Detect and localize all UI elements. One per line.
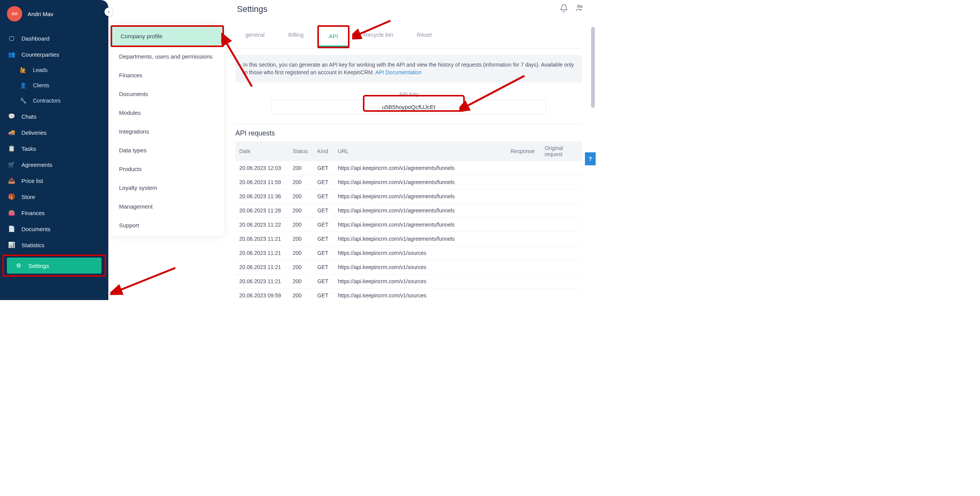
api-key-section: API Key bbox=[235, 91, 582, 114]
cell bbox=[541, 217, 582, 232]
cell: 20.06.2023 11:22 bbox=[235, 217, 289, 232]
sidebar-item-documents[interactable]: 📄Documents bbox=[0, 221, 108, 237]
table-row[interactable]: 20.06.2023 09:59200GEThttps://api.keepin… bbox=[235, 288, 582, 300]
table-row[interactable]: 20.06.2023 11:21200GEThttps://api.keepin… bbox=[235, 274, 582, 288]
cell: GET bbox=[314, 260, 334, 274]
subnav-item-support[interactable]: Support bbox=[111, 216, 224, 235]
col-original-request: Original request bbox=[541, 141, 582, 161]
page-title: Settings bbox=[237, 4, 268, 14]
sidebar-item-label: Contractors bbox=[33, 98, 60, 104]
api-requests-title: API requests bbox=[235, 129, 582, 137]
subnav-item-modules[interactable]: Modules bbox=[111, 103, 224, 122]
settings-subnav: Company profileDepartments, users and pe… bbox=[111, 24, 224, 236]
tab-general[interactable]: general bbox=[235, 25, 274, 48]
sidebar-item-clients[interactable]: 👤Clients bbox=[0, 78, 108, 93]
cell: 200 bbox=[289, 217, 314, 232]
cell: https://api.keepincrm.com/v1/agreements/… bbox=[334, 189, 507, 203]
api-key-input[interactable] bbox=[271, 100, 546, 114]
sidebar-item-settings[interactable]: ⚙Settings bbox=[7, 258, 101, 274]
sidebar-item-price-list[interactable]: 📥Price list bbox=[0, 173, 108, 189]
sidebar-item-chats[interactable]: 💬Chats bbox=[0, 108, 108, 124]
svg-point-0 bbox=[578, 5, 580, 8]
subnav-item-loyalty-system[interactable]: Loyalty system bbox=[111, 178, 224, 197]
tab-api[interactable]: API bbox=[319, 27, 348, 47]
cell: GET bbox=[314, 232, 334, 246]
scroll-thumb[interactable] bbox=[591, 27, 595, 108]
subnav-item-company-profile[interactable]: Company profile bbox=[112, 27, 222, 46]
sidebar-item-statistics[interactable]: 📊Statistics bbox=[0, 237, 108, 253]
cell: 200 bbox=[289, 260, 314, 274]
sidebar-item-leads[interactable]: 🙋Leads bbox=[0, 62, 108, 78]
cell bbox=[506, 232, 541, 246]
sidebar-item-tasks[interactable]: 📋Tasks bbox=[0, 140, 108, 157]
cell: https://api.keepincrm.com/v1/agreements/… bbox=[334, 161, 507, 175]
sidebar-item-agreements[interactable]: 🛒Agreements bbox=[0, 157, 108, 173]
col-response: Response bbox=[506, 141, 541, 161]
sidebar-item-label: Finances bbox=[21, 210, 45, 216]
sidebar-item-label: Counterparties bbox=[21, 51, 59, 58]
dashboard-icon: 🖵 bbox=[8, 35, 15, 42]
tab-reset[interactable]: Reset bbox=[407, 25, 442, 48]
cell bbox=[541, 274, 582, 288]
cell: 20.06.2023 11:21 bbox=[235, 246, 289, 260]
leads-icon: 🙋 bbox=[19, 67, 27, 73]
subnav-item-integrations[interactable]: Integrations bbox=[111, 122, 224, 141]
sidebar-nav: 🖵Dashboard👥Counterparties🙋Leads👤Clients🔧… bbox=[0, 28, 108, 300]
api-docs-link[interactable]: API Documentation bbox=[376, 69, 422, 75]
sidebar-collapse-button[interactable]: ‹ bbox=[105, 8, 113, 16]
tab-billing[interactable]: Billing bbox=[278, 25, 314, 48]
subnav-item-management[interactable]: Management bbox=[111, 197, 224, 216]
cell: GET bbox=[314, 217, 334, 232]
cell: 20.06.2023 11:59 bbox=[235, 175, 289, 189]
cell bbox=[506, 203, 541, 217]
table-row[interactable]: 20.06.2023 11:59200GEThttps://api.keepin… bbox=[235, 175, 582, 189]
sidebar-item-label: Leads bbox=[33, 67, 47, 73]
cell: 200 bbox=[289, 175, 314, 189]
help-tab[interactable]: ? bbox=[585, 152, 596, 165]
table-row[interactable]: 20.06.2023 11:21200GEThttps://api.keepin… bbox=[235, 232, 582, 246]
people-icon[interactable] bbox=[575, 4, 584, 14]
cell bbox=[506, 288, 541, 300]
cell bbox=[541, 203, 582, 217]
cell bbox=[541, 260, 582, 274]
avatar: AM bbox=[7, 6, 22, 21]
subnav-item-finances[interactable]: Finances bbox=[111, 66, 224, 85]
tasks-icon: 📋 bbox=[8, 145, 15, 152]
cell: 20.06.2023 09:59 bbox=[235, 288, 289, 300]
statistics-icon: 📊 bbox=[8, 241, 15, 248]
table-row[interactable]: 20.06.2023 11:28200GEThttps://api.keepin… bbox=[235, 203, 582, 217]
sidebar-item-label: Agreements bbox=[21, 162, 52, 168]
counterparties-icon: 👥 bbox=[8, 51, 15, 58]
contractors-icon: 🔧 bbox=[19, 98, 27, 104]
sidebar-item-contractors[interactable]: 🔧Contractors bbox=[0, 93, 108, 108]
cell bbox=[506, 217, 541, 232]
cell: GET bbox=[314, 161, 334, 175]
annotation-highlight-company-profile: Company profile bbox=[111, 25, 224, 47]
api-key-label: API Key bbox=[235, 91, 582, 97]
cell: GET bbox=[314, 274, 334, 288]
sidebar-item-store[interactable]: 🎁Store bbox=[0, 189, 108, 205]
sidebar-item-dashboard[interactable]: 🖵Dashboard bbox=[0, 31, 108, 46]
table-row[interactable]: 20.06.2023 11:22200GEThttps://api.keepin… bbox=[235, 217, 582, 232]
sidebar-item-deliveries[interactable]: 🚚Deliveries bbox=[0, 124, 108, 140]
main: Settings generalBillingAPIRecycle binRes… bbox=[224, 0, 596, 300]
subnav-item-documents[interactable]: Documents bbox=[111, 85, 224, 103]
table-row[interactable]: 20.06.2023 11:21200GEThttps://api.keepin… bbox=[235, 260, 582, 274]
table-row[interactable]: 20.06.2023 11:21200GEThttps://api.keepin… bbox=[235, 246, 582, 260]
col-date: Date bbox=[235, 141, 289, 161]
table-row[interactable]: 20.06.2023 11:36200GEThttps://api.keepin… bbox=[235, 189, 582, 203]
chevron-left-icon: ‹ bbox=[108, 9, 109, 15]
subnav-item-products[interactable]: Products bbox=[111, 160, 224, 178]
cell: GET bbox=[314, 203, 334, 217]
table-row[interactable]: 20.06.2023 12:03200GEThttps://api.keepin… bbox=[235, 161, 582, 175]
bell-icon[interactable] bbox=[560, 4, 568, 14]
col-url: URL bbox=[334, 141, 507, 161]
tab-recycle-bin[interactable]: Recycle bin bbox=[353, 25, 403, 48]
subnav-item-data-types[interactable]: Data types bbox=[111, 141, 224, 160]
sidebar-item-finances[interactable]: 👛Finances bbox=[0, 205, 108, 221]
user-row[interactable]: AM Andri Mav bbox=[0, 0, 108, 28]
annotation-highlight-settings: ⚙Settings bbox=[2, 255, 106, 277]
sidebar-item-counterparties[interactable]: 👥Counterparties bbox=[0, 46, 108, 62]
subnav-item-departments-users-and-permissions[interactable]: Departments, users and permissions bbox=[111, 47, 224, 66]
user-name: Andri Mav bbox=[28, 11, 54, 17]
